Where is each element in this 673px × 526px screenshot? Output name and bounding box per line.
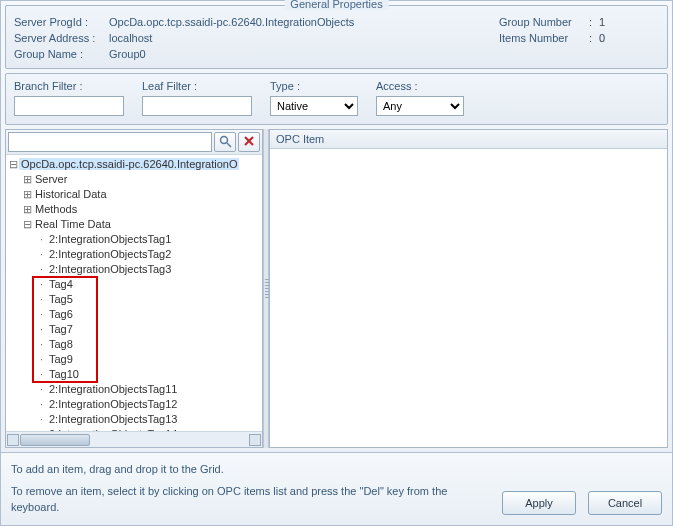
search-button[interactable] xyxy=(214,132,236,152)
footer-line1: To add an item, drag and drop it to the … xyxy=(11,461,490,477)
server-address-value: localhost xyxy=(109,32,499,44)
branch-filter-label: Branch Filter : xyxy=(14,80,124,92)
tree-toolbar xyxy=(6,130,262,155)
items-number-label: Items Number xyxy=(499,32,589,44)
filter-group: Branch Filter : Leaf Filter : Type : Nat… xyxy=(5,73,668,125)
tree-item[interactable]: Tag7 xyxy=(47,323,75,335)
tree-h-scrollbar[interactable] xyxy=(6,431,262,447)
tree-root[interactable]: OpcDa.opc.tcp.ssaidi-pc.62640.Integratio… xyxy=(19,158,239,170)
general-properties-title: General Properties xyxy=(284,0,388,10)
tree-item[interactable]: 2:IntegrationObjectsTag11 xyxy=(47,383,179,395)
dialog-root: General Properties Server ProgId : OpcDa… xyxy=(0,0,673,526)
clear-button[interactable] xyxy=(238,132,260,152)
tree-body[interactable]: ⊟OpcDa.opc.tcp.ssaidi-pc.62640.Integrati… xyxy=(6,155,262,431)
grid-header: OPC Item xyxy=(270,130,667,149)
type-select[interactable]: Native xyxy=(270,96,358,116)
server-progid-label: Server ProgId : xyxy=(14,16,109,28)
tree-item[interactable]: 2:IntegrationObjectsTag12 xyxy=(47,398,179,410)
tree-item[interactable]: Tag8 xyxy=(47,338,75,350)
access-label: Access : xyxy=(376,80,464,92)
scroll-right-arrow-icon[interactable] xyxy=(249,434,261,446)
grid-panel: OPC Item xyxy=(269,129,668,448)
splitter[interactable] xyxy=(263,129,269,448)
tree-item[interactable]: Tag5 xyxy=(47,293,75,305)
main-area: ⊟OpcDa.opc.tcp.ssaidi-pc.62640.Integrati… xyxy=(5,129,668,448)
group-name-label: Group Name : xyxy=(14,48,109,60)
tree-historical[interactable]: Historical Data xyxy=(33,188,109,200)
tree-item[interactable]: 2:IntegrationObjectsTag2 xyxy=(47,248,173,260)
items-number-value: 0 xyxy=(599,32,605,44)
scroll-thumb[interactable] xyxy=(20,434,90,446)
svg-line-1 xyxy=(227,143,231,147)
leaf-filter-input[interactable] xyxy=(142,96,252,116)
tree-realtime[interactable]: Real Time Data xyxy=(33,218,113,230)
group-number-value: 1 xyxy=(599,16,605,28)
tree-item[interactable]: Tag10 xyxy=(47,368,81,380)
footer: To add an item, drag and drop it to the … xyxy=(1,452,672,525)
branch-filter-input[interactable] xyxy=(14,96,124,116)
search-icon xyxy=(219,135,232,150)
tree-server[interactable]: Server xyxy=(33,173,69,185)
tree-search-input[interactable] xyxy=(8,132,212,152)
apply-button[interactable]: Apply xyxy=(502,491,576,515)
tree-item[interactable]: Tag9 xyxy=(47,353,75,365)
scroll-left-arrow-icon[interactable] xyxy=(7,434,19,446)
tree-item[interactable]: Tag6 xyxy=(47,308,75,320)
access-select[interactable]: Any xyxy=(376,96,464,116)
footer-line2: To remove an item, select it by clicking… xyxy=(11,483,490,515)
server-progid-value: OpcDa.opc.tcp.ssaidi-pc.62640.Integratio… xyxy=(109,16,499,28)
tree-item[interactable]: 2:IntegrationObjectsTag1 xyxy=(47,233,173,245)
tree-item[interactable]: 2:IntegrationObjectsTag13 xyxy=(47,413,179,425)
tree-item[interactable]: Tag4 xyxy=(47,278,75,290)
group-name-value: Group0 xyxy=(109,48,499,60)
server-address-label: Server Address : xyxy=(14,32,109,44)
svg-point-0 xyxy=(220,136,227,143)
grid-body[interactable] xyxy=(270,149,667,447)
tree-item[interactable]: 2:IntegrationObjectsTag3 xyxy=(47,263,173,275)
group-number-label: Group Number xyxy=(499,16,589,28)
close-icon xyxy=(243,135,255,149)
cancel-button[interactable]: Cancel xyxy=(588,491,662,515)
footer-hint: To add an item, drag and drop it to the … xyxy=(11,461,490,515)
tree-methods[interactable]: Methods xyxy=(33,203,79,215)
tree-panel: ⊟OpcDa.opc.tcp.ssaidi-pc.62640.Integrati… xyxy=(5,129,263,448)
general-properties-group: General Properties Server ProgId : OpcDa… xyxy=(5,5,668,69)
leaf-filter-label: Leaf Filter : xyxy=(142,80,252,92)
type-label: Type : xyxy=(270,80,358,92)
